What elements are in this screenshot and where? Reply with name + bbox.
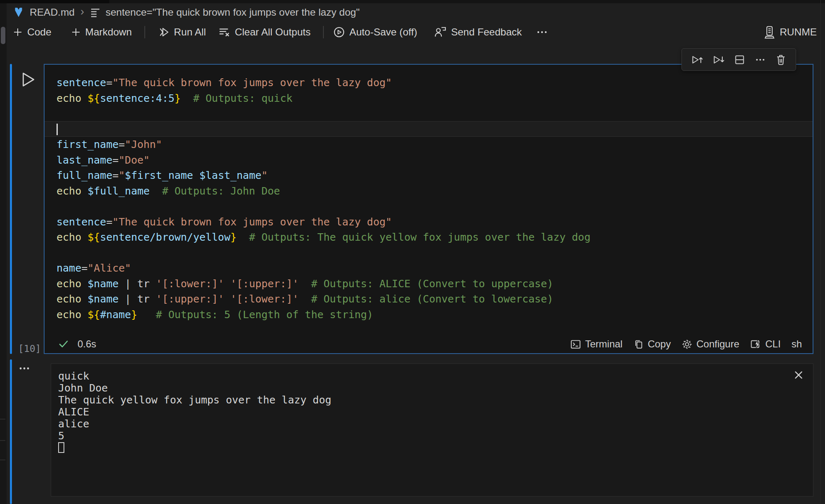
output-line: John Doe bbox=[58, 382, 788, 394]
cell-output-panel: quickJohn DoeThe quick yellow fox jumps … bbox=[51, 363, 813, 497]
code-line[interactable] bbox=[57, 199, 809, 214]
copy-button[interactable]: Copy bbox=[633, 338, 671, 350]
code-line[interactable]: sentence="The quick brown fox jumps over… bbox=[57, 214, 809, 230]
execute-below-button[interactable] bbox=[712, 54, 725, 66]
toolbar-divider bbox=[144, 26, 145, 38]
code-line[interactable]: echo $full_name # Outputs: John Doe bbox=[57, 183, 809, 199]
success-check-icon bbox=[58, 339, 69, 349]
cell-more-actions-button[interactable] bbox=[754, 54, 766, 66]
execute-above-button[interactable] bbox=[691, 54, 703, 66]
run-cell-button[interactable] bbox=[21, 71, 36, 88]
toolbar-more-actions[interactable] bbox=[536, 27, 548, 38]
runme-kernel-indicator[interactable]: RUNME bbox=[763, 25, 817, 39]
focused-cell-output-bar bbox=[10, 359, 12, 504]
cell-toolbar bbox=[681, 48, 796, 71]
code-line[interactable]: first_name="John" bbox=[57, 137, 809, 152]
feedback-person-icon bbox=[434, 26, 447, 38]
output-line: The quick yellow fox jumps over the lazy… bbox=[58, 394, 788, 406]
output-line bbox=[58, 442, 788, 454]
execution-count: [10] bbox=[18, 343, 41, 354]
rail-marker bbox=[0, 419, 5, 420]
run-all-icon bbox=[158, 26, 170, 38]
left-rail bbox=[0, 3, 7, 504]
breadcrumb-separator: › bbox=[80, 5, 84, 18]
terminal-block-cursor bbox=[58, 442, 64, 453]
close-output-button[interactable] bbox=[793, 370, 804, 380]
panel-edge bbox=[820, 0, 821, 504]
code-cell: sentence="The quick brown fox jumps over… bbox=[44, 64, 813, 354]
code-line[interactable]: echo ${sentence/brown/yellow} # Outputs:… bbox=[57, 230, 809, 245]
clear-all-outputs-button[interactable]: Clear All Outputs bbox=[218, 26, 311, 38]
gear-icon bbox=[681, 339, 693, 350]
toolbar-divider bbox=[323, 26, 324, 38]
symbol-list-icon bbox=[90, 7, 101, 18]
code-line[interactable]: echo ${#name} # Outputs: 5 (Length of th… bbox=[57, 307, 809, 323]
output-more-actions[interactable] bbox=[17, 363, 31, 374]
cell-status-bar: 0.6s Terminal Copy Configure CLI sh bbox=[45, 335, 813, 353]
auto-save-toggle[interactable]: Auto-Save (off) bbox=[333, 26, 417, 38]
code-line[interactable] bbox=[57, 106, 809, 122]
code-line[interactable] bbox=[57, 122, 809, 137]
run-all-button[interactable]: Run All bbox=[158, 26, 206, 38]
rail-marker bbox=[0, 459, 5, 460]
output-line: quick bbox=[58, 370, 788, 382]
code-line[interactable]: full_name="$first_name $last_name" bbox=[57, 168, 809, 183]
runme-logo-icon bbox=[763, 25, 776, 39]
cell-duration: 0.6s bbox=[78, 338, 96, 350]
terminal-button[interactable]: Terminal bbox=[570, 338, 622, 350]
code-line[interactable] bbox=[57, 245, 809, 261]
code-line[interactable]: name="Alice" bbox=[57, 260, 809, 276]
add-code-cell-button[interactable]: Code bbox=[12, 26, 52, 38]
plus-icon bbox=[12, 27, 23, 38]
code-line[interactable]: echo ${sentence:4:5} # Outputs: quick bbox=[57, 91, 809, 106]
cli-icon bbox=[750, 339, 761, 350]
tab-strip bbox=[0, 0, 825, 3]
clear-outputs-icon bbox=[218, 26, 231, 38]
terminal-icon bbox=[570, 339, 581, 350]
code-line[interactable]: sentence="The quick brown fox jumps over… bbox=[57, 75, 809, 91]
output-line: 5 bbox=[58, 430, 788, 442]
split-cell-button[interactable] bbox=[734, 54, 745, 66]
active-tab-edge bbox=[0, 0, 109, 3]
focused-cell-bar bbox=[10, 64, 12, 354]
output-line: ALICE bbox=[58, 406, 788, 418]
rail-marker bbox=[0, 440, 5, 441]
code-editor[interactable]: sentence="The quick brown fox jumps over… bbox=[57, 75, 809, 322]
breadcrumb-symbol[interactable]: sentence="The quick brown fox jumps over… bbox=[106, 7, 360, 18]
breadcrumb-file[interactable]: READ.md bbox=[30, 7, 75, 18]
code-line[interactable]: last_name="Doe" bbox=[57, 152, 809, 168]
text-cursor bbox=[57, 124, 58, 135]
notebook-toolbar: Code Markdown Run All Clear All Outputs … bbox=[0, 21, 825, 43]
markdown-file-icon bbox=[12, 6, 25, 19]
send-feedback-button[interactable]: Send Feedback bbox=[434, 26, 522, 38]
play-circle-icon bbox=[333, 26, 345, 38]
cli-button[interactable]: CLI bbox=[750, 338, 780, 350]
delete-cell-button[interactable] bbox=[775, 54, 787, 66]
code-line[interactable]: echo $name | tr '[:upper:]' '[:lower:]' … bbox=[57, 291, 809, 307]
configure-button[interactable]: Configure bbox=[681, 338, 739, 350]
copy-icon bbox=[633, 339, 644, 350]
output-text: quickJohn DoeThe quick yellow fox jumps … bbox=[58, 370, 788, 454]
language-picker[interactable]: sh bbox=[792, 338, 802, 350]
code-line[interactable]: echo $name | tr '[:lower:]' '[:upper:]' … bbox=[57, 276, 809, 292]
breadcrumb: READ.md › sentence="The quick brown fox … bbox=[12, 5, 360, 20]
plus-icon bbox=[71, 27, 81, 38]
output-line: alice bbox=[58, 418, 788, 430]
add-markdown-cell-button[interactable]: Markdown bbox=[71, 26, 132, 38]
